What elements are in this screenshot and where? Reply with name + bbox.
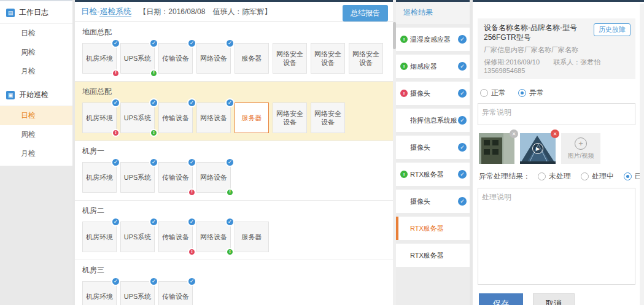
- result-item-label: 温湿度感应器: [410, 35, 457, 44]
- device-card-label: 机房环境: [86, 233, 113, 241]
- device-card[interactable]: 网络安全设备: [273, 43, 307, 74]
- checked-badge-icon: ✓: [149, 277, 158, 286]
- video-thumbnail[interactable]: ▶✕: [520, 133, 556, 164]
- device-card[interactable]: UPS系统✓!: [120, 43, 155, 74]
- device-group: 地面总配机房环境✓!UPS系统✓!传输设备✓网络设备✓服务器网络安全设备网络安全…: [75, 82, 393, 141]
- result-item[interactable]: 摄像头✓: [396, 136, 470, 159]
- device-groups: 地面总配机房环境✓!UPS系统✓!传输设备✓网络设备✓服务器网络安全设备网络安全…: [75, 22, 393, 305]
- page-title-prefix: 日检-: [81, 7, 99, 16]
- error-badge-icon: !: [188, 248, 196, 256]
- device-card[interactable]: 网络安全设备: [311, 102, 345, 133]
- cancel-button[interactable]: 取消: [533, 293, 575, 305]
- result-item[interactable]: RTX服务器: [396, 244, 470, 267]
- summary-report-button[interactable]: 总结报告: [343, 5, 388, 21]
- sidebar-item[interactable]: 周检: [0, 125, 72, 144]
- handle-result-label: 异常处理结果：: [479, 171, 530, 182]
- page-title-link[interactable]: 巡检系统: [99, 7, 131, 17]
- checked-badge-icon: ✓: [458, 116, 467, 125]
- device-card[interactable]: 服务器: [235, 102, 269, 133]
- device-card[interactable]: 网络设备✓!: [196, 162, 231, 193]
- sidebar-section-header: ▤工作日志: [0, 1, 72, 24]
- history-fault-button[interactable]: 历史故障: [594, 23, 630, 36]
- handle-radio[interactable]: 未处理: [538, 171, 571, 182]
- result-item[interactable]: RTX服务器: [396, 217, 470, 240]
- device-group: 机房二机房环境✓UPS系统✓传输设备✓!网络设备✓!服务器: [75, 201, 393, 260]
- error-status-icon: !: [400, 90, 408, 97]
- sidebar-item[interactable]: 日检: [0, 24, 72, 43]
- device-card[interactable]: 网络安全设备: [311, 43, 345, 74]
- result-item[interactable]: !温湿度感应器✓: [396, 28, 470, 51]
- abnormal-description-input[interactable]: [478, 103, 635, 125]
- checked-badge-icon: ✓: [187, 98, 196, 107]
- remove-media-icon[interactable]: ✕: [510, 129, 518, 138]
- device-card[interactable]: 传输设备✓!: [158, 222, 193, 252]
- photo-image: [479, 133, 514, 164]
- error-badge-icon: !: [112, 129, 120, 137]
- device-card[interactable]: 传输设备✓: [158, 102, 193, 133]
- device-card[interactable]: UPS系统✓: [120, 162, 155, 193]
- device-card[interactable]: UPS系统✓!: [120, 102, 155, 133]
- sidebar-item[interactable]: 月检: [0, 62, 72, 81]
- ok-status-icon: !: [400, 171, 408, 178]
- checked-badge-icon: ✓: [187, 217, 196, 226]
- warranty-text: 保修期:2016/09/10: [484, 58, 540, 66]
- detail-scrollbar-track[interactable]: [640, 4, 644, 305]
- radio-label: 未处理: [549, 171, 571, 182]
- device-card[interactable]: 传输设备✓: [158, 43, 193, 74]
- device-card[interactable]: 网络设备✓: [196, 102, 231, 133]
- sidebar-section-title: 开始巡检: [19, 90, 48, 100]
- add-media-button[interactable]: + 图片/视频: [561, 133, 600, 164]
- sidebar-item[interactable]: 日检: [0, 106, 72, 125]
- device-card[interactable]: 服务器: [235, 222, 269, 252]
- checked-badge-icon: ✓: [187, 39, 196, 48]
- checked-badge-icon: ✓: [187, 158, 196, 167]
- save-button[interactable]: 保存: [479, 293, 523, 305]
- result-item[interactable]: 摄像头✓: [396, 190, 470, 213]
- device-card[interactable]: 网络安全设备: [273, 102, 307, 133]
- result-item[interactable]: !摄像头✓: [396, 82, 470, 105]
- sidebar-item[interactable]: 周检: [0, 43, 72, 62]
- device-card[interactable]: 传输设备✓!: [158, 281, 193, 305]
- device-card-label: 传输设备: [162, 54, 189, 63]
- device-card[interactable]: 机房环境✓!: [82, 43, 117, 74]
- device-card[interactable]: 网络设备✓!: [196, 222, 231, 252]
- group-name: 地面总配: [82, 27, 386, 37]
- status-radio[interactable]: 正常: [480, 88, 506, 98]
- device-card[interactable]: 服务器: [235, 43, 269, 74]
- checked-badge-icon: ✓: [225, 39, 235, 48]
- status-radio[interactable]: 异常: [518, 88, 544, 98]
- result-item[interactable]: 指挥信息系统服务器✓: [396, 109, 470, 132]
- device-card[interactable]: 机房环境✓: [82, 162, 117, 193]
- sidebar-item[interactable]: 月检: [0, 144, 72, 163]
- device-card[interactable]: 网络设备✓: [196, 43, 231, 74]
- result-item-label: 烟感应器: [410, 62, 457, 71]
- device-group: 机房一机房环境✓UPS系统✓传输设备✓!网络设备✓!: [75, 141, 393, 201]
- checked-badge-icon: ✓: [111, 277, 120, 286]
- device-card[interactable]: UPS系统✓!: [120, 281, 155, 305]
- device-group: 地面总配机房环境✓!UPS系统✓!传输设备✓网络设备✓服务器网络安全设备网络安全…: [75, 22, 393, 82]
- checked-badge-icon: ✓: [225, 217, 235, 226]
- result-item-label: RTX服务器: [410, 251, 467, 260]
- add-media-label: 图片/视频: [568, 152, 594, 160]
- ok-badge-icon: !: [226, 248, 234, 256]
- device-card[interactable]: 机房环境✓: [82, 222, 117, 252]
- device-card[interactable]: 机房环境✓: [82, 281, 117, 305]
- media-list: ✕▶✕: [479, 133, 556, 164]
- device-card[interactable]: UPS系统✓: [120, 222, 155, 252]
- device-card[interactable]: 机房环境✓!: [82, 102, 117, 133]
- radio-dot-icon: [624, 172, 632, 180]
- device-card-label: UPS系统: [124, 54, 152, 63]
- device-card-label: 网络安全设备: [274, 109, 305, 127]
- result-item[interactable]: !烟感应器✓: [396, 55, 470, 78]
- sidebar-sections: ▤工作日志日检周检月检▣开始巡检日检周检月检: [0, 1, 72, 166]
- sidebar-section-header: ▣开始巡检: [0, 83, 72, 106]
- handle-description-input[interactable]: [478, 188, 635, 285]
- remove-media-icon[interactable]: ✕: [551, 129, 559, 138]
- device-card[interactable]: 传输设备✓!: [158, 162, 193, 193]
- checked-badge-icon: ✓: [149, 39, 158, 48]
- handle-radio[interactable]: 处理中: [581, 171, 614, 182]
- photo-thumbnail[interactable]: ✕: [479, 133, 514, 164]
- device-card[interactable]: 网络安全设备: [349, 43, 383, 74]
- result-item[interactable]: !RTX服务器✓: [396, 163, 470, 186]
- device-card-label: 网络安全设备: [312, 109, 343, 127]
